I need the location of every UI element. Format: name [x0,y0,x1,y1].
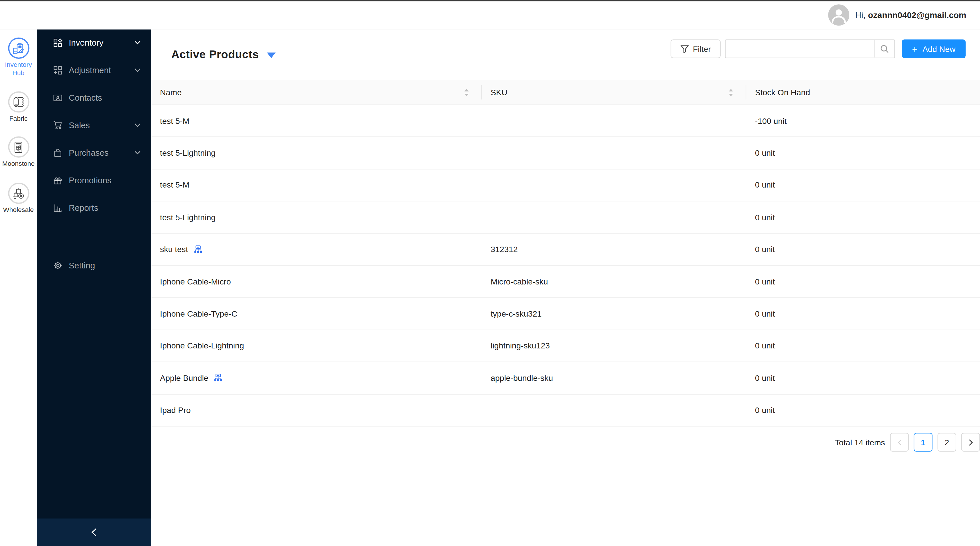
add-new-button[interactable]: + Add New [902,39,966,58]
pagination-next-button[interactable] [961,433,980,451]
rail-app-wholesale[interactable]: Wholesale [0,183,37,214]
sidebar-item-label: Sales [69,120,90,130]
sidebar-menu: Inventory Adjustment [37,29,151,279]
sort-carets-icon[interactable] [728,88,734,96]
stock-on-hand: -100 unit [755,116,787,126]
appstore-icon [53,38,62,47]
stock-on-hand: 0 unit [755,277,775,286]
table-row[interactable]: test 5-M 0 unit [151,169,980,201]
chevron-left-icon [91,528,97,537]
pagination-page-2[interactable]: 2 [938,433,956,451]
bar-chart-icon [53,203,62,212]
search-input[interactable] [725,40,874,57]
sidebar-item-label: Inventory [69,38,103,47]
bag-icon [53,148,62,157]
adjustment-grid-icon [53,65,62,75]
product-name: test 5-M [160,116,189,126]
caret-down-icon[interactable] [267,53,276,58]
sidebar-item-label: Purchases [69,148,108,157]
sidebar-item-contacts[interactable]: Contacts [37,84,151,111]
stock-on-hand: 0 unit [755,244,775,254]
rail-app-inventory-hub[interactable]: Inventory Hub [0,38,37,77]
sidebar-item-sales[interactable]: Sales [37,111,151,139]
rail-app-label: Fabric [0,115,37,123]
table-row[interactable]: Iphone Cable-Type-C type-c-sku321 0 unit [151,298,980,330]
cluster-icon [214,374,223,383]
plus-icon: + [912,44,918,54]
table-row[interactable]: test 5-M -100 unit [151,105,980,137]
invoice-icon [8,136,29,157]
product-name: test 5-M [160,180,189,190]
table-row[interactable]: Apple Bundle apple-bundle-sku 0 unit [151,362,980,394]
table-row[interactable]: test 5-Lightning 0 unit [151,137,980,169]
product-name: Iphone Cable-Type-C [160,309,237,319]
stock-on-hand: 0 unit [755,148,775,158]
user-greeting: Hi,ozannn0402@gmail.com [855,10,966,20]
sidebar: Inventory Adjustment [37,29,151,546]
sidebar-item-purchases[interactable]: Purchases [37,139,151,166]
rail-app-label: Moonstone [0,160,37,168]
sidebar-item-promotions[interactable]: Promotions [37,166,151,194]
page-title: Active Products [171,48,259,61]
chevron-down-icon [134,151,141,155]
window-top-strip [0,0,980,1]
chevron-left-icon [897,439,902,445]
product-name: test 5-Lightning [160,212,215,222]
product-sku: lightning-sku123 [491,341,550,351]
table-row[interactable]: Iphone Cable-Lightning lightning-sku123 … [151,330,980,362]
stock-on-hand: 0 unit [755,212,775,222]
product-name: Apple Bundle [160,374,208,383]
table-row[interactable]: test 5-Lightning 0 unit [151,201,980,234]
search-button[interactable] [874,40,894,57]
user-menu[interactable]: Hi,ozannn0402@gmail.com [829,1,966,29]
pagination: Total 14 items 1 2 [151,433,980,451]
column-header-sku[interactable]: SKU [482,80,746,104]
sidebar-item-inventory[interactable]: Inventory [37,29,151,56]
product-sku: Micro-cable-sku [491,277,548,286]
pagination-prev-button[interactable] [890,433,908,451]
gift-icon [53,176,62,185]
avatar [829,4,850,26]
sidebar-item-label: Reports [69,203,98,212]
table-header: Name SKU Stock On Hand [151,80,980,105]
cart-icon [53,120,62,130]
contact-card-icon [53,93,62,102]
table-row[interactable]: Iphone Cable-Micro Micro-cable-sku 0 uni… [151,266,980,298]
stock-on-hand: 0 unit [755,180,775,190]
sidebar-item-setting[interactable]: Setting [37,252,151,279]
sidebar-item-adjustment[interactable]: Adjustment [37,56,151,84]
cluster-icon [194,245,203,254]
chevron-down-icon [134,123,141,127]
pagination-total: Total 14 items [835,437,885,447]
products-table: Name SKU Stock On Hand [151,80,980,426]
chevron-right-icon [968,439,974,445]
search-icon [880,44,889,54]
user-email: ozannn0402@gmail.com [868,10,966,20]
topbar: Hi,ozannn0402@gmail.com [0,0,980,30]
filter-button[interactable]: Filter [671,39,721,58]
wholesale-boxes-icon [8,183,29,204]
sidebar-item-reports[interactable]: Reports [37,194,151,221]
stock-on-hand: 0 unit [755,374,775,383]
sidebar-item-label: Contacts [69,93,102,102]
product-name: sku test [160,244,188,254]
product-sku: 312312 [491,244,518,254]
rail-app-label: Wholesale [0,206,37,214]
table-row[interactable]: sku test 312312 0 unit [151,234,980,266]
sidebar-item-label: Setting [69,260,95,270]
product-name: Ipad Pro [160,406,191,415]
chevron-down-icon [134,68,141,72]
sidebar-item-label: Promotions [69,176,111,185]
rail-app-fabric[interactable]: Fabric [0,91,37,123]
table-row[interactable]: Ipad Pro 0 unit [151,394,980,426]
chevron-down-icon [134,41,141,45]
pagination-page-1[interactable]: 1 [914,433,932,451]
app-window: Hi,ozannn0402@gmail.com Inventory Hub [0,0,980,546]
sidebar-collapse-trigger[interactable] [37,519,151,546]
rail-app-moonstone[interactable]: Moonstone [0,136,37,168]
column-header-name[interactable]: Name [151,80,482,104]
inventory-hub-icon [8,38,29,59]
stock-on-hand: 0 unit [755,309,775,319]
fabric-roll-icon [8,91,29,112]
sort-carets-icon[interactable] [464,88,469,96]
